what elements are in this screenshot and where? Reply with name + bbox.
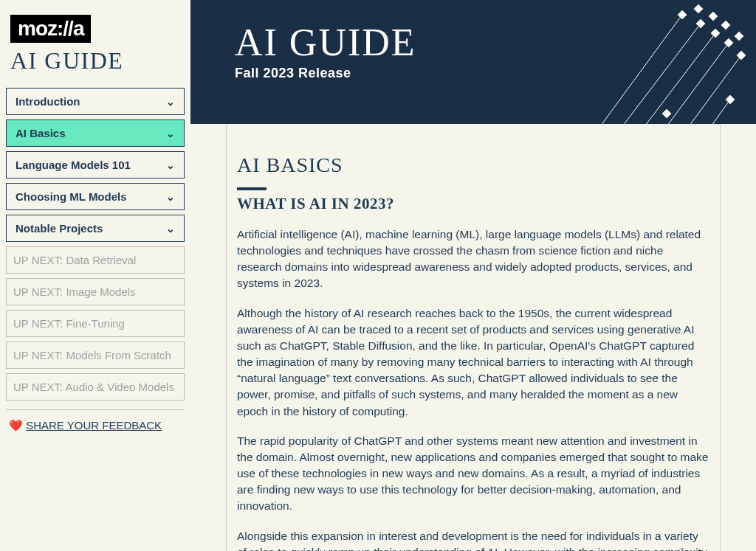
nav-language-models[interactable]: Language Models 101 ⌄ [6, 151, 185, 179]
hero-banner: AI GUIDE Fall 2023 Release [190, 0, 756, 124]
svg-rect-11 [726, 95, 734, 103]
sidebar-nav: Introduction ⌄ AI Basics ⌄ Language Mode… [6, 88, 185, 401]
hero-release: Fall 2023 Release [235, 66, 726, 81]
svg-rect-16 [662, 109, 670, 117]
article: AI BASICS WHAT IS AI IN 2023? Artificial… [226, 124, 721, 551]
svg-rect-15 [735, 32, 743, 40]
nav-label: AI Basics [16, 127, 66, 139]
hero-title: AI GUIDE [235, 21, 726, 64]
feedback-text[interactable]: SHARE YOUR FEEDBACK [26, 419, 162, 432]
nav-label: Language Models 101 [16, 159, 131, 171]
divider [6, 409, 185, 410]
nav-introduction[interactable]: Introduction ⌄ [6, 88, 185, 115]
chevron-down-icon: ⌄ [166, 223, 175, 235]
main: AI GUIDE Fall 2023 Release AI BASICS WHA… [190, 0, 756, 551]
nav-upcoming-audio-video: UP NEXT: Audio & Video Models [6, 373, 185, 401]
nav-label: Notable Projects [16, 222, 103, 235]
nav-upcoming-data-retrieval: UP NEXT: Data Retrieval [6, 246, 185, 274]
nav-label: Choosing ML Models [16, 190, 127, 203]
svg-rect-12 [694, 4, 702, 13]
nav-choosing-ml[interactable]: Choosing ML Models ⌄ [6, 183, 185, 210]
nav-notable-projects[interactable]: Notable Projects ⌄ [6, 215, 185, 242]
paragraph: Although the history of AI research reac… [237, 305, 709, 420]
nav-label: Introduction [16, 95, 80, 108]
heart-icon: ❤️ [9, 419, 23, 432]
chevron-down-icon: ⌄ [166, 96, 175, 108]
nav-upcoming-fine-tuning: UP NEXT: Fine-Tuning [6, 310, 185, 337]
sidebar-title[interactable]: AI GUIDE [10, 47, 185, 74]
feedback-link[interactable]: ❤️ SHARE YOUR FEEDBACK [6, 419, 185, 432]
chevron-down-icon: ⌄ [166, 159, 175, 171]
nav-upcoming-image-models: UP NEXT: Image Models [6, 278, 185, 305]
svg-rect-9 [737, 51, 745, 59]
article-heading: AI BASICS [237, 153, 709, 177]
mozilla-logo[interactable]: moz://a [10, 15, 91, 43]
article-subheading: WHAT IS AI IN 2023? [237, 195, 709, 213]
svg-rect-13 [709, 12, 717, 20]
svg-line-10 [712, 100, 730, 124]
paragraph: Artificial intelligence (AI), machine le… [237, 226, 709, 292]
svg-rect-1 [678, 10, 686, 18]
sidebar: moz://a AI GUIDE Introduction ⌄ AI Basic… [0, 0, 190, 551]
paragraph: The rapid popularity of ChatGPT and othe… [237, 433, 709, 515]
chevron-down-icon: ⌄ [166, 191, 175, 203]
heading-rule [237, 187, 267, 190]
paragraph: Alongside this expansion in interest and… [237, 528, 709, 552]
chevron-down-icon: ⌄ [166, 128, 175, 139]
nav-ai-basics[interactable]: AI Basics ⌄ [6, 119, 185, 147]
nav-upcoming-models-scratch: UP NEXT: Models From Scratch [6, 342, 185, 369]
